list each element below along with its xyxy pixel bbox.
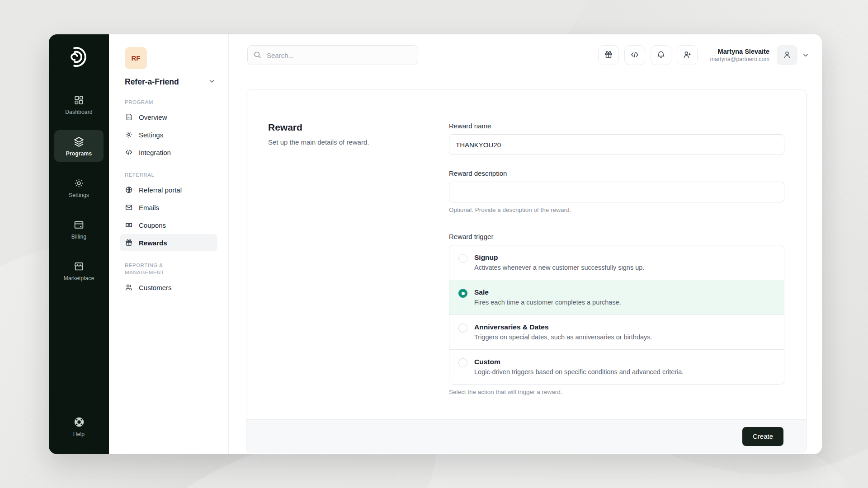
sidebar-item-referral-portal[interactable]: Referral portal xyxy=(120,181,217,198)
overview-icon xyxy=(125,113,133,121)
topbar-actions: Martyna Slevaite martyna@partnero.com xyxy=(593,45,810,65)
reward-trigger-label: Reward trigger xyxy=(449,233,784,240)
reward-description-help: Optional. Provide a description of the r… xyxy=(449,206,784,213)
app-window: Dashboard Programs Settings xyxy=(49,34,822,454)
sidebar-item-label: Marketplace xyxy=(64,275,94,282)
sidebar-item-programs[interactable]: Programs xyxy=(54,130,104,162)
reward-name-label: Reward name xyxy=(449,122,784,130)
program-name: Refer-a-Friend xyxy=(125,77,179,87)
globe-icon xyxy=(125,186,133,194)
sidebar-item-rewards[interactable]: Rewards xyxy=(120,234,217,251)
sidebar-item-help[interactable]: Help xyxy=(54,410,104,442)
sidebar-item-program-settings[interactable]: Settings xyxy=(120,126,217,143)
person-icon xyxy=(783,50,792,61)
trigger-help: Select the action that will trigger a re… xyxy=(449,389,784,395)
gift-icon xyxy=(125,239,133,247)
user-email: martyna@partnero.com xyxy=(710,56,770,62)
page-subtitle: Set up the main details of reward. xyxy=(268,138,449,146)
main-area: Martyna Slevaite martyna@partnero.com xyxy=(229,34,822,454)
create-button[interactable]: Create xyxy=(742,427,783,446)
avatar-button[interactable] xyxy=(777,45,797,65)
radio-custom[interactable] xyxy=(458,358,467,367)
reward-card-body: Reward Set up the main details of reward… xyxy=(246,89,806,419)
user-name: Martyna Slevaite xyxy=(710,48,770,55)
page-title: Reward xyxy=(268,122,449,133)
user-info: Martyna Slevaite martyna@partnero.com xyxy=(710,48,770,62)
search-icon xyxy=(253,51,262,61)
program-sidebar: RF Refer-a-Friend PROGRAM Overview xyxy=(109,34,229,454)
topbar: Martyna Slevaite martyna@partnero.com xyxy=(229,34,822,65)
code-icon xyxy=(630,50,639,61)
section-title-referral: REFERRAL xyxy=(125,171,197,178)
reward-trigger-group: Signup Activates whenever a new customer… xyxy=(449,245,784,385)
developer-button[interactable] xyxy=(624,45,645,65)
reward-description-label: Reward description xyxy=(449,169,784,177)
sidebar-item-label: Help xyxy=(73,431,85,437)
sidebar-item-label: Dashboard xyxy=(65,109,93,115)
program-avatar: RF xyxy=(125,47,147,69)
sidebar-item-dashboard[interactable]: Dashboard xyxy=(54,89,104,120)
section-title-program: PROGRAM xyxy=(125,99,197,106)
section-intro: Reward Set up the main details of reward… xyxy=(268,122,449,419)
search-box xyxy=(247,45,418,65)
radio-sale[interactable] xyxy=(458,289,467,298)
gear-icon xyxy=(125,131,133,139)
user-menu-chevron[interactable] xyxy=(802,52,809,59)
sidebar-item-label: Settings xyxy=(69,192,89,198)
reward-card: Reward Set up the main details of reward… xyxy=(246,89,807,453)
program-switcher[interactable]: Refer-a-Friend xyxy=(120,77,217,87)
sidebar-item-billing[interactable]: Billing xyxy=(54,213,104,245)
lifebuoy-icon xyxy=(73,416,85,428)
sidebar-item-label: Billing xyxy=(71,234,86,240)
notifications-button[interactable] xyxy=(651,45,671,65)
trigger-option-custom[interactable]: Custom Logic-driven triggers based on sp… xyxy=(449,349,784,384)
rewards-quick-button[interactable] xyxy=(598,45,619,65)
reward-name-input[interactable] xyxy=(449,134,784,155)
trigger-option-anniversaries[interactable]: Anniversaries & Dates Triggers on specia… xyxy=(449,314,784,349)
chevron-down-icon xyxy=(208,77,216,87)
sidebar-item-customers[interactable]: Customers xyxy=(120,279,217,296)
storefront-icon xyxy=(73,261,85,272)
ticket-icon xyxy=(125,221,133,229)
sidebar-item-coupons[interactable]: Coupons xyxy=(120,216,217,234)
users-icon xyxy=(125,283,133,291)
code-icon xyxy=(125,148,133,156)
reward-form: Reward name Reward description Optional.… xyxy=(449,122,784,419)
partnero-logo xyxy=(67,45,91,70)
card-footer: Create xyxy=(246,419,806,453)
sidebar-item-emails[interactable]: Emails xyxy=(120,199,217,216)
sidebar-item-overview[interactable]: Overview xyxy=(120,108,217,126)
invite-user-button[interactable] xyxy=(677,45,698,65)
email-icon xyxy=(125,203,133,211)
dashboard-icon xyxy=(73,94,85,106)
radio-anniversaries[interactable] xyxy=(458,324,467,333)
gear-icon xyxy=(73,178,85,189)
billing-icon xyxy=(73,219,85,230)
reward-description-input[interactable] xyxy=(449,182,784,202)
sidebar-item-marketplace[interactable]: Marketplace xyxy=(54,255,104,286)
user-plus-icon xyxy=(683,50,692,61)
section-title-reporting: REPORTING & MANAGEMENT xyxy=(125,262,197,276)
sidebar-item-label: Programs xyxy=(66,150,92,157)
sidebar-item-settings[interactable]: Settings xyxy=(54,172,104,203)
search-input[interactable] xyxy=(247,45,418,65)
sidebar-item-integration[interactable]: Integration xyxy=(120,144,217,161)
radio-signup[interactable] xyxy=(458,254,467,263)
gift-icon xyxy=(604,50,613,61)
trigger-option-sale[interactable]: Sale Fires each time a customer complete… xyxy=(449,280,784,314)
trigger-option-signup[interactable]: Signup Activates whenever a new customer… xyxy=(449,245,784,280)
bell-icon xyxy=(656,50,665,61)
primary-sidebar: Dashboard Programs Settings xyxy=(49,34,109,454)
layers-icon xyxy=(73,136,85,147)
